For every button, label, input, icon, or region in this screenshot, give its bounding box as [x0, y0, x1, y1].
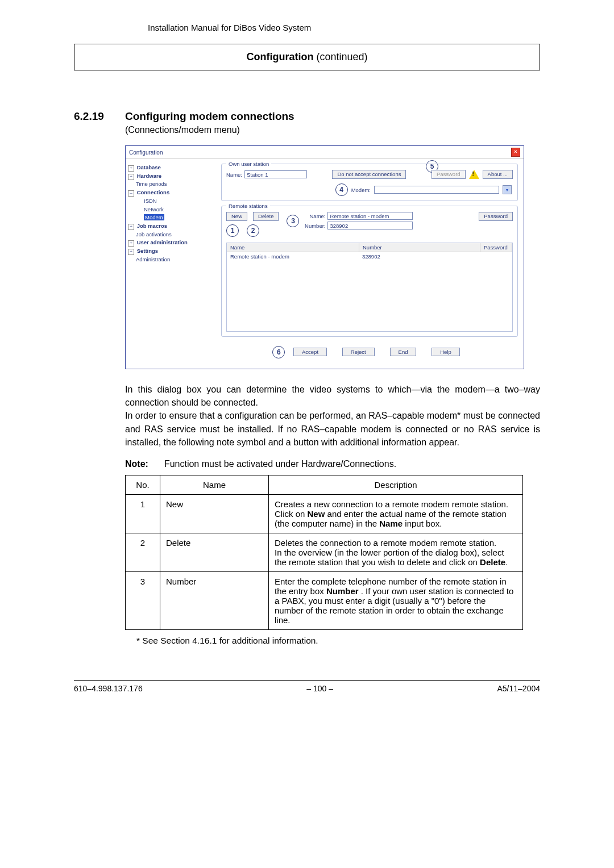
doc-header: Installation Manual for DiBos Video Syst…	[148, 23, 540, 32]
r2-d1: Deletes the connection to a remote modem…	[275, 538, 496, 548]
tree-database[interactable]: Database	[137, 164, 161, 170]
own-station-fieldset: Own user station Name: Station 1 Do not …	[221, 164, 518, 201]
remote-number-label: Number:	[302, 223, 325, 229]
expand-icon[interactable]: +	[128, 174, 134, 180]
th-desc: Description	[269, 475, 523, 494]
modem-combo[interactable]	[374, 186, 499, 194]
row-name: Remote station - modem	[227, 252, 359, 261]
dialog-title: Configuration	[129, 149, 163, 156]
remote-name-label: Name:	[302, 213, 325, 219]
r3-d1b: Number	[326, 586, 359, 596]
remote-stations-fieldset: Remote stations New Delete 1 2	[221, 206, 518, 337]
note-bold: Note:	[125, 459, 148, 469]
tree-user-admin[interactable]: User administration	[137, 239, 188, 245]
expand-icon[interactable]: +	[128, 249, 134, 255]
tree-modem-selected[interactable]: Modem	[144, 214, 164, 220]
footnote: * See Section 4.16.1 for additional info…	[136, 636, 540, 646]
callout-4: 4	[335, 183, 348, 196]
body-p1: In this dialog box you can determine the…	[125, 385, 540, 407]
section-subtitle: (Connections/modem menu)	[125, 125, 540, 135]
table-row: 2 Delete Deletes the connection to a rem…	[126, 533, 523, 571]
remote-stations-list[interactable]: Name Number Password Remote station - mo…	[226, 243, 513, 332]
end-button[interactable]: End	[390, 348, 417, 356]
about-button[interactable]: About ...	[483, 170, 513, 179]
expand-icon[interactable]: +	[128, 165, 134, 172]
collapse-icon[interactable]: –	[128, 190, 134, 197]
tree-administration[interactable]: Administration	[128, 256, 213, 264]
close-icon[interactable]: ×	[511, 148, 520, 157]
footer-mid: – 100 –	[306, 684, 333, 693]
page-footer: 610–4.998.137.176 – 100 – A5/11–2004	[74, 680, 540, 693]
tree-time-periods[interactable]: Time periods	[128, 180, 213, 189]
row-password	[479, 252, 512, 261]
help-button[interactable]: Help	[432, 348, 460, 356]
delete-button[interactable]: Delete	[253, 212, 279, 221]
callout-2: 2	[247, 224, 259, 237]
r3-no: 3	[126, 571, 160, 629]
r2-d2c: .	[505, 557, 508, 567]
col-name[interactable]: Name	[227, 243, 359, 252]
config-banner-rest: (continued)	[313, 51, 367, 62]
row-number: 328902	[359, 252, 479, 261]
config-dialog: Configuration × + Database + Hardware Ti…	[125, 145, 524, 369]
col-password[interactable]: Password	[480, 243, 512, 252]
modem-label: Modem:	[351, 187, 371, 193]
reject-button[interactable]: Reject	[342, 348, 375, 356]
own-name-label: Name:	[226, 172, 242, 178]
list-row[interactable]: Remote station - modem 328902	[227, 252, 512, 261]
remote-number-input[interactable]: 328902	[327, 222, 413, 229]
config-banner: Configuration (continued)	[74, 44, 540, 70]
r3-name: Number	[160, 571, 269, 629]
chevron-down-icon[interactable]: ▾	[503, 185, 512, 194]
r1-d1: Creates a new connection to a remote mod…	[275, 499, 508, 509]
section-number: 6.2.19	[74, 110, 125, 123]
remote-name-input[interactable]: Remote station - modem	[327, 212, 413, 220]
r3-desc: Enter the complete telephone number of t…	[269, 571, 523, 629]
callout-1: 1	[226, 224, 239, 237]
footer-left: 610–4.998.137.176	[74, 684, 143, 693]
r1-d2a: Click on	[275, 509, 308, 519]
table-row: 1 New Creates a new connection to a remo…	[126, 494, 523, 533]
footer-right: A5/11–2004	[497, 684, 540, 693]
note-text: Function must be activated under Hardwar…	[164, 459, 396, 469]
r1-name: New	[160, 494, 269, 533]
r2-desc: Deletes the connection to a remote modem…	[269, 533, 523, 571]
callout-3: 3	[287, 215, 299, 227]
r1-d2b: New	[308, 509, 325, 519]
tree-isdn[interactable]: ISDN	[128, 197, 213, 206]
tree-hardware[interactable]: Hardware	[137, 173, 161, 179]
tree-connections[interactable]: Connections	[137, 189, 170, 195]
r2-no: 2	[126, 533, 160, 571]
expand-icon[interactable]: +	[128, 240, 134, 247]
table-row: 3 Number Enter the complete telephone nu…	[126, 571, 523, 629]
r1-desc: Creates a new connection to a remote mod…	[269, 494, 523, 533]
r1-d2e: input box.	[403, 519, 442, 528]
own-station-legend: Own user station	[226, 161, 271, 167]
expand-icon[interactable]: +	[128, 224, 134, 230]
r2-name: Delete	[160, 533, 269, 571]
callout-6: 6	[272, 346, 285, 358]
accept-button[interactable]: Accept	[293, 348, 327, 356]
new-button[interactable]: New	[226, 212, 247, 221]
nav-tree[interactable]: + Database + Hardware Time periods – Con…	[126, 159, 215, 369]
r2-d2a: In the overview (in the lower portion of…	[275, 548, 504, 567]
remote-password-button[interactable]: Password	[479, 212, 513, 221]
col-number[interactable]: Number	[359, 243, 480, 252]
do-not-accept-button[interactable]: Do not accept connections	[332, 170, 406, 179]
th-no: No.	[126, 475, 160, 494]
tree-job-macros[interactable]: Job macros	[137, 223, 167, 229]
tree-network[interactable]: Network	[128, 206, 213, 214]
remote-stations-legend: Remote stations	[226, 203, 270, 209]
body-p2: In order to ensure that a configuration …	[125, 411, 540, 446]
warning-icon	[469, 170, 479, 179]
description-table: No. Name Description 1 New Creates a new…	[125, 475, 523, 630]
r2-d2b: Delete	[480, 557, 505, 567]
th-name: Name	[160, 475, 269, 494]
config-banner-bold: Configuration	[246, 51, 313, 62]
tree-settings[interactable]: Settings	[137, 248, 158, 254]
section-title: Configuring modem connections	[125, 110, 294, 122]
own-name-input[interactable]: Station 1	[244, 170, 307, 178]
own-password-button: Password	[432, 170, 466, 179]
r1-d2d: Name	[379, 519, 403, 528]
tree-job-activations[interactable]: Job activations	[128, 231, 213, 239]
